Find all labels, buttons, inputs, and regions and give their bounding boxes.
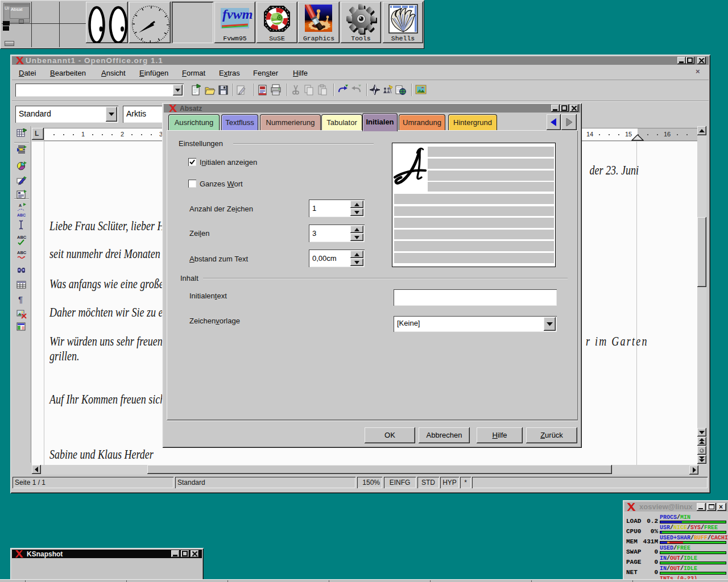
svg-text:ABC: ABC — [17, 250, 27, 255]
svg-text:ABC: ABC — [17, 213, 26, 217]
svg-text:ABC: ABC — [17, 235, 27, 240]
svg-text:¶: ¶ — [18, 294, 23, 304]
svg-text:A: A — [19, 203, 22, 207]
